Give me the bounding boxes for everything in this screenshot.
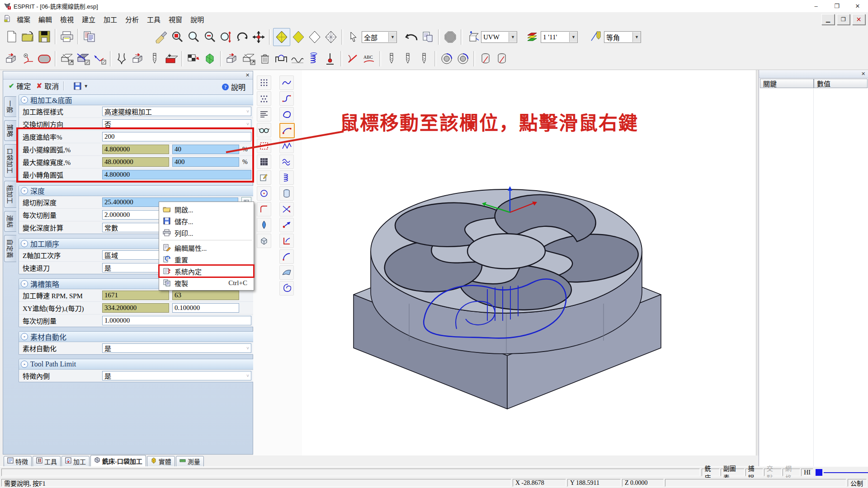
grid-icon[interactable] — [257, 155, 271, 169]
context-menu-item-7[interactable]: 系統內定 — [159, 265, 254, 277]
parameter-field[interactable]: 400 — [172, 157, 239, 167]
panel-close-icon[interactable]: ✕ — [244, 72, 251, 78]
mdi-restore-button[interactable]: ❐ — [837, 14, 850, 25]
face-plane-icon[interactable] — [241, 50, 257, 67]
drill-v-icon[interactable] — [416, 50, 432, 67]
dropdown-arrow-icon[interactable]: ▼ — [509, 32, 517, 42]
spring-tool-icon[interactable] — [306, 50, 322, 67]
parameter-field[interactable]: 63 — [172, 291, 239, 300]
parameter-field[interactable]: 1671 — [102, 291, 169, 300]
column-header-key[interactable]: 關鍵 — [760, 79, 814, 88]
chamfer-red-icon[interactable] — [163, 50, 179, 67]
cross-arrows-icon[interactable] — [279, 202, 294, 216]
wireframe-view-icon[interactable] — [307, 28, 323, 46]
context-menu-item-1[interactable]: 開啟... — [159, 203, 254, 215]
side-tab-1[interactable]: 一般 — [4, 96, 16, 117]
green-tool-icon[interactable] — [202, 50, 218, 67]
mode-捕捉[interactable]: 捕捉 — [745, 469, 763, 476]
box-tool-icon[interactable] — [257, 234, 271, 248]
menu-3[interactable]: 檢視 — [56, 13, 78, 25]
parameter-field[interactable]: 是˅ — [102, 371, 251, 380]
collapse-chevron-icon[interactable]: » — [21, 240, 28, 247]
section-header[interactable]: »Tool Path Limit — [19, 359, 254, 370]
node-curve-icon[interactable] — [279, 123, 295, 138]
tab-測量[interactable]: 測量 — [176, 456, 204, 467]
zoom-out-icon[interactable] — [202, 28, 218, 46]
dropdown-arrow-icon[interactable]: ▼ — [388, 32, 396, 42]
mode-交點[interactable]: 交點 — [764, 469, 782, 476]
line-pattern-icon[interactable] — [257, 107, 271, 122]
context-menu-item-2[interactable]: 儲存... — [159, 215, 254, 227]
contour-v-icon[interactable] — [114, 50, 130, 67]
side-tab-6[interactable]: 自定義 — [4, 235, 16, 262]
sketch-icon[interactable] — [257, 170, 271, 185]
help-button[interactable]: ? 說明 — [222, 81, 245, 92]
arc-tool-icon[interactable] — [279, 249, 294, 264]
face-plane-blue-icon[interactable] — [75, 50, 91, 67]
side-tab-2[interactable]: 策略 — [4, 120, 16, 141]
side-tab-3[interactable]: 口袋加工 — [4, 144, 16, 178]
cylinder-icon[interactable] — [279, 186, 294, 201]
dot-pattern-icon[interactable] — [257, 75, 271, 90]
save-settings-button[interactable]: ▼ — [74, 82, 88, 90]
zigzag-curve-icon[interactable] — [279, 139, 294, 153]
abc-tool-icon[interactable]: ABC — [361, 50, 377, 67]
rounded-slot-icon[interactable] — [36, 50, 52, 67]
parameter-field[interactable]: 48.000000 — [102, 157, 169, 167]
undo-icon[interactable] — [403, 28, 420, 46]
block-arrow-icon[interactable] — [224, 50, 241, 67]
parameter-field[interactable]: 4.800000 — [102, 145, 169, 154]
parameter-field[interactable]: 40 — [172, 145, 239, 154]
mode-副圖素[interactable]: 副圖素 — [721, 469, 745, 476]
copy-document-icon[interactable] — [81, 28, 98, 45]
loop-curve-icon[interactable] — [279, 107, 294, 122]
stop-icon[interactable] — [442, 28, 458, 46]
s-curve-icon[interactable] — [279, 91, 294, 106]
menu-2[interactable]: 編輯 — [34, 13, 56, 25]
wave-tool-icon[interactable] — [289, 50, 306, 67]
mode-銑床[interactable]: 銑床 — [702, 469, 719, 476]
drill-v-icon[interactable] — [400, 50, 416, 67]
context-menu-item-6[interactable]: 重置 — [159, 253, 254, 265]
parameter-field[interactable]: 0.100000 — [172, 303, 239, 313]
menu-8[interactable]: 視窗 — [165, 13, 186, 25]
zoom-selection-icon[interactable] — [169, 28, 185, 46]
probe-tool-icon[interactable] — [322, 50, 338, 67]
ok-button[interactable]: ✔確定 — [9, 80, 31, 91]
trash-tool-icon[interactable] — [257, 50, 273, 67]
dropdown-caret-icon[interactable]: ▼ — [84, 84, 88, 89]
parameter-field[interactable]: 高速擺線粗加工˅ — [102, 107, 251, 116]
parameter-field[interactable]: 334.200000 — [102, 303, 169, 313]
dropdown-arrow-icon[interactable]: ˅ — [246, 373, 249, 378]
zoom-icon[interactable] — [185, 28, 202, 46]
layer-combo[interactable]: 1 '11' ▼ — [541, 31, 578, 43]
parameter-field[interactable]: 否˅ — [102, 119, 251, 129]
properties-panel-close-icon[interactable]: ✕ — [860, 70, 867, 77]
cylinder-tool-icon[interactable] — [494, 50, 510, 67]
menu-6[interactable]: 分析 — [121, 13, 143, 25]
bracket-icon[interactable] — [279, 234, 294, 248]
selection-filter-combo[interactable]: 全部 ▼ — [362, 31, 397, 43]
context-menu-item-5[interactable]: 編輯屬性... — [159, 242, 254, 253]
print-icon[interactable] — [59, 28, 75, 45]
circle-tool-icon[interactable] — [257, 186, 271, 201]
wave-curve-icon[interactable] — [279, 75, 294, 90]
point-arrow-icon[interactable] — [279, 218, 294, 232]
shaded-edges-view-icon[interactable] — [290, 28, 307, 46]
surface-icon[interactable] — [279, 265, 294, 280]
layers-icon[interactable] — [524, 28, 541, 46]
drill-v-icon[interactable] — [146, 50, 163, 67]
bridge-tool-icon[interactable] — [273, 50, 289, 67]
collapse-chevron-icon[interactable]: » — [21, 280, 28, 287]
tab-實體[interactable]: 實體 — [147, 456, 175, 467]
side-tab-5[interactable]: 連結 — [4, 211, 16, 232]
view-pen-icon[interactable] — [588, 28, 604, 46]
spring-icon[interactable] — [279, 170, 294, 185]
double-wave-icon[interactable] — [279, 155, 294, 169]
open-folder-icon[interactable] — [20, 28, 36, 45]
glasses-icon[interactable] — [257, 123, 271, 137]
red-slash-icon[interactable] — [344, 50, 361, 67]
round-mill-icon[interactable] — [439, 50, 455, 67]
dropdown-arrow-icon[interactable]: ˅ — [246, 109, 249, 114]
zoom-window-icon[interactable] — [218, 28, 234, 46]
